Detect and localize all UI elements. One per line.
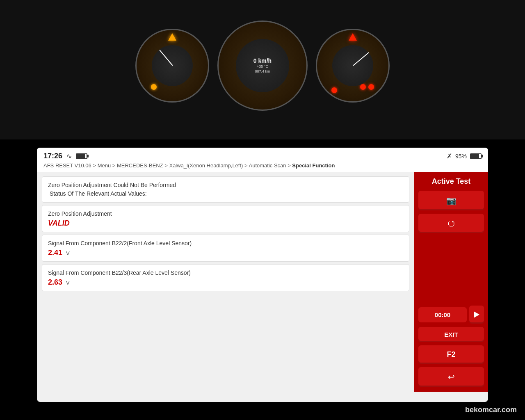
battery-indicator <box>76 153 87 159</box>
center-gauge: 0 km/h +35 °C 887.4 km <box>217 21 308 111</box>
battery-fill-right <box>471 154 479 158</box>
info-card-1: Zero Position Adjustment Could Not Be Pe… <box>42 176 409 203</box>
play-icon <box>474 311 479 318</box>
card3-label: Signal From Component B22/2(Front Axle L… <box>48 239 403 248</box>
breadcrumb: AFS RESET V10.06 > Menu > MERCEDES-BENZ … <box>43 162 482 169</box>
card4-unit: V <box>66 280 70 286</box>
right-gauge <box>316 29 390 103</box>
card4-value: 2.63 V <box>48 278 403 287</box>
camera-icon: 📷 <box>446 196 457 205</box>
left-gauge-center <box>152 45 193 86</box>
timer-row: 00:00 <box>418 306 484 324</box>
right-gauge-needle <box>353 52 369 66</box>
wifi-icon: ∿ <box>66 152 72 160</box>
right-gauge-center <box>332 45 373 86</box>
warning-light-red-left <box>331 87 337 93</box>
left-gauge <box>135 29 209 103</box>
card2-value: VALID <box>48 219 403 228</box>
exit-arrow-icon: ⭯ <box>447 219 455 228</box>
play-button[interactable] <box>469 306 484 324</box>
main-content: Zero Position Adjustment Could Not Be Pe… <box>37 172 414 392</box>
distance-display: 887.4 km <box>253 69 272 74</box>
warning-light-red-right <box>368 84 374 90</box>
back-button[interactable]: ↩ <box>418 367 484 387</box>
left-gauge-needle <box>159 50 173 66</box>
diagnostic-panel: 17:26 ∿ ✗ 95% AFS RESET V10.06 > Menu > … <box>37 148 488 402</box>
card2-label: Zero Position Adjustment <box>48 210 403 218</box>
gauges-container: 0 km/h +35 °C 887.4 km <box>135 21 390 111</box>
status-bar: 17:26 ∿ ✗ 95% <box>43 152 482 160</box>
breadcrumb-path: AFS RESET V10.06 > Menu > MERCEDES-BENZ … <box>43 162 292 169</box>
time-display: 17:26 <box>43 152 62 160</box>
dashboard-background: 0 km/h +35 °C 887.4 km <box>0 0 525 139</box>
warning-triangle-red <box>349 33 357 41</box>
card1-label: Zero Position Adjustment Could Not Be Pe… <box>48 181 403 198</box>
warning-light-yellow-left <box>151 84 157 90</box>
exit-arrow-button[interactable]: ⭯ <box>418 214 484 233</box>
watermark: bekomcar.com <box>465 406 517 414</box>
warning-triangle-yellow <box>168 33 176 41</box>
bluetooth-icon: ✗ <box>447 152 452 160</box>
center-gauge-center: 0 km/h +35 °C 887.4 km <box>236 39 289 92</box>
info-card-2: Zero Position Adjustment VALID <box>42 205 409 232</box>
panel-header: 17:26 ∿ ✗ 95% AFS RESET V10.06 > Menu > … <box>37 148 488 172</box>
sidebar: Active Test 📷 ⭯ 00:00 EXIT F2 <box>414 172 488 392</box>
temp-display: +35 °C <box>253 64 272 69</box>
battery-bar-right <box>470 153 482 159</box>
status-left: 17:26 ∿ <box>43 152 87 160</box>
status-right: ✗ 95% <box>447 152 482 160</box>
battery-fill <box>77 154 85 158</box>
center-gauge-text: 0 km/h +35 °C 887.4 km <box>253 57 272 74</box>
info-card-4: Signal From Component B22/3(Rear Axle Le… <box>42 264 409 291</box>
active-test-title: Active Test <box>432 177 471 186</box>
card3-unit: V <box>66 250 70 256</box>
battery-bar <box>76 153 87 159</box>
exit-button[interactable]: EXIT <box>418 327 484 342</box>
diag-content: Zero Position Adjustment Could Not Be Pe… <box>37 172 488 392</box>
timer-display: 00:00 <box>418 307 467 322</box>
camera-button[interactable]: 📷 <box>418 191 484 210</box>
back-icon: ↩ <box>448 372 455 382</box>
card4-label: Signal From Component B22/3(Rear Axle Le… <box>48 269 403 277</box>
card3-value: 2.41 V <box>48 249 403 257</box>
breadcrumb-current: Special Function <box>292 162 335 169</box>
info-card-3: Signal From Component B22/2(Front Axle L… <box>42 235 409 262</box>
warning-light-red-right2 <box>360 84 366 90</box>
f2-button[interactable]: F2 <box>418 345 484 364</box>
speed-display: 0 km/h <box>253 57 272 64</box>
battery-percent: 95% <box>455 153 467 160</box>
